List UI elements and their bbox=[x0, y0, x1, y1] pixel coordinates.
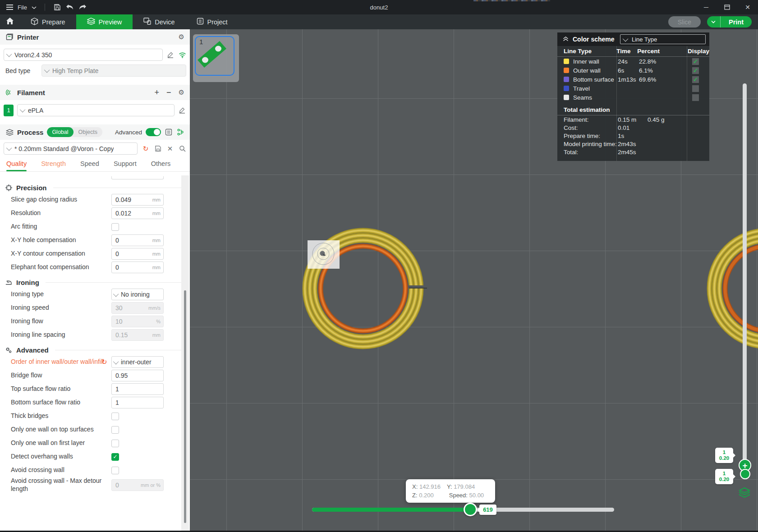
setting-control: 0mm or % bbox=[111, 479, 164, 491]
slice-button[interactable]: Slice bbox=[668, 16, 701, 28]
line-type-swatch bbox=[564, 77, 569, 82]
process-scope-toggle[interactable]: Global Objects bbox=[47, 127, 102, 137]
process-preset-select[interactable]: * 0.20mm Standard @Voron - Copy bbox=[4, 142, 138, 155]
undo-icon[interactable] bbox=[66, 3, 74, 11]
input-field[interactable]: 30mm/s bbox=[111, 302, 164, 314]
move-slider-fill bbox=[312, 508, 470, 512]
input-field[interactable]: 0mm or % bbox=[111, 479, 164, 491]
layer-slider-lower-handle[interactable] bbox=[740, 469, 750, 479]
search-settings-icon[interactable] bbox=[178, 145, 186, 153]
display-checkbox[interactable] bbox=[692, 85, 699, 92]
layer-slider-track[interactable] bbox=[743, 83, 747, 469]
scope-global[interactable]: Global bbox=[47, 127, 73, 137]
setting-label: Bottom surface flow ratio bbox=[11, 399, 111, 407]
select-field[interactable]: No ironing bbox=[111, 289, 164, 300]
file-menu-chevron-icon[interactable] bbox=[32, 3, 37, 11]
redo-icon[interactable] bbox=[78, 3, 87, 11]
legend-time: 6s bbox=[615, 67, 636, 74]
input-field[interactable]: 0.049mm bbox=[111, 194, 164, 206]
add-filament-icon[interactable]: + bbox=[155, 88, 160, 96]
edit-printer-icon[interactable] bbox=[166, 51, 175, 59]
field-value: 0.012 bbox=[115, 210, 131, 217]
collapse-panel-icon[interactable] bbox=[563, 36, 569, 43]
display-checkbox[interactable]: ✓ bbox=[692, 58, 699, 65]
print-button-label: Print bbox=[721, 18, 752, 26]
input-field[interactable]: 0.95 bbox=[111, 370, 164, 381]
display-checkbox[interactable]: ✓ bbox=[692, 76, 699, 83]
home-button[interactable] bbox=[0, 14, 20, 29]
display-checkbox[interactable] bbox=[692, 94, 699, 101]
maximize-button[interactable] bbox=[717, 0, 737, 14]
input-field[interactable]: 10% bbox=[111, 316, 164, 327]
printer-settings-gear-icon[interactable]: ⚙ bbox=[179, 33, 184, 41]
input-field[interactable]: 1 bbox=[111, 383, 164, 395]
checkbox[interactable] bbox=[111, 426, 119, 434]
filament-select[interactable]: ePLA bbox=[17, 104, 175, 116]
edit-filament-icon[interactable] bbox=[178, 106, 186, 115]
checkbox[interactable] bbox=[111, 223, 119, 231]
print-button[interactable]: Print bbox=[707, 16, 752, 28]
parameter-list-icon[interactable] bbox=[165, 128, 173, 136]
nav-actions: Slice Print bbox=[668, 14, 752, 29]
minimize-button[interactable]: ─ bbox=[696, 0, 717, 14]
checkbox[interactable] bbox=[111, 467, 119, 474]
checkbox[interactable]: ✓ bbox=[111, 453, 119, 461]
scope-objects[interactable]: Objects bbox=[74, 129, 102, 135]
filament-settings-gear-icon[interactable]: ⚙ bbox=[179, 88, 184, 96]
settings-scrollbar-thumb[interactable] bbox=[184, 290, 186, 523]
remove-filament-icon[interactable]: − bbox=[166, 88, 171, 96]
process-icon bbox=[5, 128, 14, 136]
process-tab-others[interactable]: Others bbox=[151, 160, 171, 171]
display-checkbox[interactable]: ✓ bbox=[692, 67, 699, 74]
bed-type-select[interactable]: High Temp Plate bbox=[41, 64, 186, 77]
process-tab-support[interactable]: Support bbox=[114, 160, 137, 171]
color-scheme-select[interactable]: Line Type bbox=[620, 34, 706, 44]
advanced-toggle[interactable] bbox=[146, 128, 161, 136]
tab-preview[interactable]: Preview bbox=[76, 14, 133, 29]
reset-icon[interactable]: ↻ bbox=[101, 358, 107, 366]
file-menu[interactable]: File bbox=[18, 4, 27, 11]
col-display: Display bbox=[682, 48, 709, 55]
filament-slot-badge[interactable]: 1 bbox=[4, 105, 14, 116]
wifi-connection-icon[interactable] bbox=[178, 51, 186, 59]
plate-preview-graphic bbox=[193, 34, 236, 78]
delete-preset-icon[interactable]: ✕ bbox=[166, 145, 174, 153]
section-rule bbox=[53, 188, 185, 188]
input-field[interactable]: 0.012mm bbox=[111, 207, 164, 219]
process-tab-speed[interactable]: Speed bbox=[80, 160, 99, 171]
field-unit: mm bbox=[152, 332, 161, 338]
checkbox[interactable] bbox=[111, 413, 119, 420]
move-slider-track[interactable] bbox=[312, 508, 614, 512]
line-type-swatch bbox=[564, 95, 569, 100]
setting-control: 0.049mm bbox=[111, 194, 164, 206]
main-nav-bar: Prepare Preview Device Project Slice Pri… bbox=[0, 14, 758, 29]
checkbox[interactable] bbox=[111, 440, 119, 447]
tab-project[interactable]: Project bbox=[186, 14, 239, 29]
process-tab-quality[interactable]: Quality bbox=[6, 160, 27, 171]
move-slider-handle[interactable] bbox=[464, 503, 477, 516]
tab-prepare[interactable]: Prepare bbox=[20, 14, 76, 29]
field-value: 0.049 bbox=[115, 196, 131, 203]
plate-thumbnail[interactable]: 1 bbox=[193, 34, 239, 82]
field-value: inner-outer-… bbox=[121, 358, 152, 366]
reset-preset-icon[interactable]: ↻ bbox=[142, 145, 150, 153]
total-value: 2m45s bbox=[615, 149, 648, 156]
object-process-tree-icon[interactable] bbox=[176, 128, 184, 136]
hamburger-menu-icon[interactable] bbox=[6, 3, 13, 11]
process-tab-strength[interactable]: Strength bbox=[41, 160, 66, 171]
input-field[interactable]: 1 bbox=[111, 397, 164, 408]
input-field[interactable]: 0mm bbox=[111, 234, 164, 246]
save-icon[interactable] bbox=[53, 3, 61, 11]
save-preset-icon[interactable] bbox=[154, 145, 162, 153]
printer-select[interactable]: Voron2.4 350 bbox=[4, 49, 163, 61]
color-scheme-header: Color scheme Line Type bbox=[557, 32, 709, 46]
select-field[interactable]: inner-outer-… bbox=[111, 356, 164, 368]
input-field[interactable]: 0mm bbox=[111, 261, 164, 273]
print-options-chevron-icon[interactable] bbox=[707, 16, 721, 28]
setting-label: Arc fitting bbox=[11, 223, 111, 231]
close-button[interactable]: ✕ bbox=[737, 0, 758, 14]
layers-view-icon[interactable] bbox=[738, 486, 751, 500]
input-field[interactable]: 0.15mm bbox=[111, 329, 164, 341]
tab-device[interactable]: Device bbox=[133, 14, 185, 29]
input-field[interactable]: 0mm bbox=[111, 248, 164, 260]
